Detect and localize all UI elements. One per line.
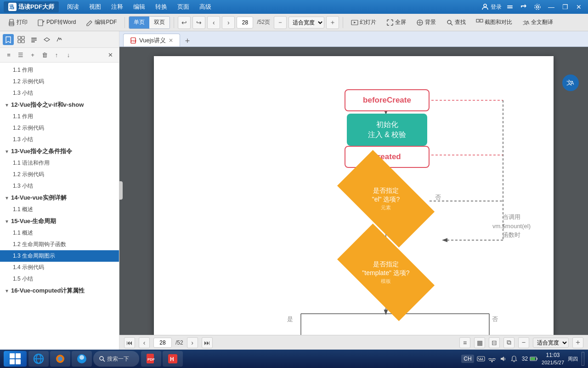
move-down-btn[interactable]: ↓ — [63, 50, 74, 60]
fullscreen-btn[interactable]: 全屏 — [382, 16, 410, 29]
sidebar-15-1-1[interactable]: 1.1 概述 — [0, 227, 119, 239]
menu-page[interactable]: 页面 — [173, 1, 194, 12]
collapse-all-btn[interactable]: ☰ — [16, 50, 26, 60]
sidebar-12-1-3[interactable]: 1.3 小结 — [0, 134, 119, 145]
menu-annotate[interactable]: 注释 — [107, 1, 128, 12]
pdf-page: beforeCreate 初始化 注入 & 校验 created 是 — [154, 56, 554, 335]
zoom-select[interactable]: 适合宽度 50% 75% 100% 125% 150% — [288, 17, 324, 29]
section-15-header[interactable]: ▼ 15-Vue-生命周期 — [0, 215, 119, 227]
user-area[interactable]: 登录 — [481, 3, 502, 11]
convert-button[interactable]: PDF转Word — [34, 16, 80, 29]
svg-text:A: A — [526, 20, 530, 25]
zoom-out-btn[interactable]: － — [274, 16, 287, 29]
close-sidebar-btn[interactable]: ✕ — [105, 50, 115, 60]
menu-advanced[interactable]: 高级 — [195, 1, 216, 12]
undo-btn[interactable]: ↩ — [178, 16, 191, 29]
sidebar-15-1-3[interactable]: 1.3 生命周期图示 — [0, 250, 119, 262]
taskbar-ie-btn[interactable] — [28, 351, 49, 367]
single-page-btn[interactable]: 单页 — [129, 17, 149, 29]
move-up-btn[interactable]: ↑ — [51, 50, 62, 60]
taskbar-browser2-btn[interactable] — [72, 351, 92, 367]
bottom-zoom-select[interactable]: 适合宽度 100% 150% — [533, 338, 569, 348]
sidebar-15-1-4[interactable]: 1.4 示例代码 — [0, 262, 119, 273]
bookmark-list-btn[interactable]: ≡ — [459, 337, 470, 348]
prev-page-btn[interactable]: ‹ — [207, 16, 220, 29]
tab-close-btn[interactable]: ✕ — [169, 37, 173, 44]
slideshow-btn[interactable]: 幻灯片 — [347, 16, 380, 29]
annotation-tab[interactable] — [28, 34, 40, 45]
sep2 — [174, 17, 174, 28]
thumbnail-tab[interactable] — [16, 34, 27, 45]
expand-all-btn[interactable]: ≡ — [4, 50, 14, 60]
sidebar-resize-handle[interactable] — [119, 181, 123, 200]
sidebar-12-1-1[interactable]: 1.1 作用 — [0, 111, 119, 122]
layers-tab[interactable] — [41, 34, 52, 45]
taskbar-app-btn[interactable]: H — [163, 351, 183, 367]
sidebar-13-1-1[interactable]: 1.1 语法和作用 — [0, 157, 119, 169]
floating-translate-btn[interactable]: 文 A — [562, 75, 579, 91]
bookmark-tab[interactable] — [3, 34, 14, 45]
app-logo[interactable]: 迅 迅读PDF大师 — [4, 1, 59, 12]
translate-btn[interactable]: 文A 全文翻译 — [518, 16, 557, 29]
svg-rect-16 — [480, 19, 483, 22]
sidebar-14-1-1[interactable]: 1.1 概述 — [0, 204, 119, 215]
sidebar-15-1-5[interactable]: 1.5 小结 — [0, 273, 119, 285]
menu-view[interactable]: 视图 — [85, 1, 106, 12]
prev-page-bottom-btn[interactable]: ‹ — [139, 337, 150, 348]
double-page-btn[interactable]: 双页 — [149, 17, 170, 29]
minimize-btn[interactable]: — — [546, 2, 557, 12]
taskbar-fox-btn[interactable] — [50, 351, 70, 367]
menu-convert[interactable]: 转换 — [151, 1, 172, 12]
grid-view-btn[interactable]: ▦ — [474, 337, 485, 348]
compare-btn[interactable]: ⧉ — [503, 337, 514, 348]
sidebar-item-1-1[interactable]: 1.1 作用 — [0, 64, 119, 76]
show-desktop-btn[interactable] — [582, 352, 584, 366]
sidebar-13-1-2[interactable]: 1.2 示例代码 — [0, 169, 119, 180]
sidebar-item-1-2[interactable]: 1.2 示例代码 — [0, 76, 119, 87]
redo-btn[interactable]: ↪ — [192, 16, 205, 29]
share-btn[interactable] — [518, 2, 529, 12]
find-btn[interactable]: 查找 — [442, 16, 470, 29]
page-number-input[interactable] — [237, 17, 253, 29]
taskbar-search-box[interactable]: 搜索一下 — [93, 351, 139, 367]
lang-indicator[interactable]: CH — [461, 355, 474, 363]
next-page-bottom-btn[interactable]: › — [187, 337, 198, 348]
crop-btn[interactable]: 截图和对比 — [472, 16, 516, 29]
arrow-13: ▼ — [5, 149, 9, 154]
section-16-header[interactable]: ▼ 16-Vue-computed计算属性 — [0, 285, 119, 297]
pdf-tab[interactable]: PDF Vuejs讲义 ✕ — [123, 34, 180, 46]
bottom-zoom-out[interactable]: － — [518, 337, 529, 348]
section-14-header[interactable]: ▼ 14-Vue-vue实例详解 — [0, 192, 119, 204]
add-bookmark-btn[interactable]: + — [28, 50, 38, 60]
bottom-zoom-in[interactable]: ＋ — [572, 337, 583, 348]
pdf-canvas[interactable]: beforeCreate 初始化 注入 & 校验 created 是 — [119, 47, 588, 335]
restore-btn[interactable]: ❐ — [560, 2, 571, 12]
edit-button[interactable]: 编辑PDF — [82, 16, 121, 29]
settings-btn[interactable] — [532, 2, 543, 12]
taskbar-pdf-btn[interactable]: PDF — [141, 351, 161, 367]
zoom-in-btn[interactable]: ＋ — [326, 16, 339, 29]
last-page-btn[interactable]: ⏭ — [202, 337, 213, 348]
user-icon-btn[interactable] — [504, 2, 515, 12]
new-tab-btn[interactable]: + — [182, 35, 193, 46]
menu-read[interactable]: 阅读 — [62, 1, 84, 12]
menu-edit[interactable]: 编辑 — [129, 1, 150, 12]
sidebar-13-1-3[interactable]: 1.3 小结 — [0, 180, 119, 192]
svg-rect-65 — [479, 359, 483, 360]
sidebar-12-1-2[interactable]: 1.2 示例代码 — [0, 122, 119, 134]
next-page-btn[interactable]: › — [222, 16, 235, 29]
signature-tab[interactable] — [54, 34, 65, 45]
close-btn[interactable]: ✕ — [573, 2, 584, 12]
bg-btn[interactable]: 背景 — [412, 16, 440, 29]
section-12-header[interactable]: ▼ 12-Vue指令之v-if和v-show — [0, 99, 119, 111]
print-button[interactable]: 打印 — [4, 16, 32, 29]
svg-rect-69 — [537, 358, 537, 360]
sidebar-15-1-2[interactable]: 1.2 生命周期钩子函数 — [0, 239, 119, 250]
sidebar-item-1-3[interactable]: 1.3 小结 — [0, 87, 119, 99]
section-13-header[interactable]: ▼ 13-Vue指令之条件指令 — [0, 145, 119, 157]
delete-bookmark-btn[interactable]: 🗑 — [40, 50, 50, 60]
bottom-page-input[interactable] — [153, 338, 172, 348]
split-view-btn[interactable]: ⊟ — [489, 337, 500, 348]
first-page-btn[interactable]: ⏮ — [124, 337, 135, 348]
start-button[interactable] — [4, 351, 27, 367]
